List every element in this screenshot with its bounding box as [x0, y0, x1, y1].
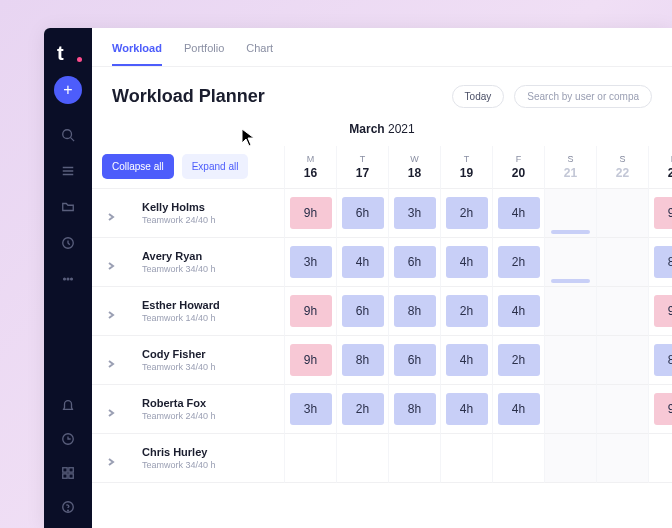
day-of-week: T	[337, 154, 388, 164]
svg-point-6	[64, 278, 66, 280]
workload-cell[interactable]: 3h	[284, 385, 336, 434]
workload-cell[interactable]: 2h	[440, 189, 492, 238]
workload-block: 3h	[394, 197, 436, 229]
workload-cell[interactable]	[596, 189, 648, 238]
workload-cell[interactable]: 4h	[492, 189, 544, 238]
user-info: Roberta FoxTeamwork 24/40 h	[142, 397, 216, 421]
workload-cell[interactable]	[284, 434, 336, 483]
workload-cell[interactable]: 4h	[492, 287, 544, 336]
sidebar: t +	[44, 28, 92, 528]
expand-all-button[interactable]: Expand all	[182, 154, 249, 179]
chevron-right-icon	[106, 257, 116, 267]
workload-cell[interactable]: 8h	[388, 287, 440, 336]
workload-cell[interactable]	[544, 434, 596, 483]
workload-block: 9h	[290, 295, 332, 327]
day-header: M16	[284, 146, 336, 189]
user-info: Avery RyanTeamwork 34/40 h	[142, 250, 216, 274]
workload-cell[interactable]: 6h	[388, 238, 440, 287]
logo: t	[57, 42, 79, 64]
month-year: 2021	[388, 122, 415, 136]
logo-letter: t	[57, 42, 64, 64]
grid-icon[interactable]	[61, 466, 75, 480]
user-row-header[interactable]: Kelly HolmsTeamwork 24/40 h	[92, 189, 284, 238]
workload-cell[interactable]	[440, 434, 492, 483]
workload-cell[interactable]: 9h	[648, 189, 672, 238]
workload-cell[interactable]: 9h	[648, 385, 672, 434]
svg-rect-12	[63, 474, 67, 478]
user-name: Avery Ryan	[142, 250, 216, 262]
workload-cell[interactable]	[596, 336, 648, 385]
list-icon[interactable]	[61, 164, 75, 178]
workload-cell[interactable]: 2h	[440, 287, 492, 336]
user-row-header[interactable]: Cody FisherTeamwork 34/40 h	[92, 336, 284, 385]
bell-icon[interactable]	[61, 398, 75, 412]
workload-cell[interactable]: 9h	[284, 189, 336, 238]
minibar	[551, 230, 590, 234]
workload-block: 2h	[446, 295, 488, 327]
workload-cell[interactable]: 4h	[492, 385, 544, 434]
day-number: 23	[649, 166, 672, 180]
workload-block: 6h	[394, 344, 436, 376]
workload-cell[interactable]: 3h	[388, 189, 440, 238]
help-icon[interactable]	[61, 500, 75, 514]
workload-cell[interactable]: 2h	[336, 385, 388, 434]
day-number: 19	[441, 166, 492, 180]
tab-chart[interactable]: Chart	[246, 42, 273, 66]
user-row-header[interactable]: Roberta FoxTeamwork 24/40 h	[92, 385, 284, 434]
workload-block: 9h	[290, 344, 332, 376]
page-header: Workload Planner Today Search by user or…	[92, 67, 672, 118]
workload-cell[interactable]: 8h	[336, 336, 388, 385]
add-button[interactable]: +	[54, 76, 82, 104]
user-name: Esther Howard	[142, 299, 220, 311]
workload-block: 4h	[498, 295, 540, 327]
workload-cell[interactable]: 4h	[440, 238, 492, 287]
tab-workload[interactable]: Workload	[112, 42, 162, 66]
workload-cell[interactable]: 4h	[440, 385, 492, 434]
workload-cell[interactable]	[492, 434, 544, 483]
collapse-all-button[interactable]: Collapse all	[102, 154, 174, 179]
workload-cell[interactable]: 2h	[492, 238, 544, 287]
folder-icon[interactable]	[61, 200, 75, 214]
workload-cell[interactable]: 2h	[492, 336, 544, 385]
workload-cell[interactable]	[648, 434, 672, 483]
workload-cell[interactable]	[596, 287, 648, 336]
workload-cell[interactable]	[544, 189, 596, 238]
workload-cell[interactable]: 4h	[440, 336, 492, 385]
workload-cell[interactable]: 6h	[336, 189, 388, 238]
day-of-week: M	[649, 154, 672, 164]
tab-portfolio[interactable]: Portfolio	[184, 42, 224, 66]
workload-cell[interactable]: 8h	[388, 385, 440, 434]
search-input[interactable]: Search by user or compa	[514, 85, 652, 108]
workload-cell[interactable]	[544, 385, 596, 434]
chevron-right-icon	[106, 355, 116, 365]
workload-cell[interactable]: 9h	[284, 287, 336, 336]
more-icon[interactable]	[61, 272, 75, 286]
workload-block: 8h	[394, 295, 436, 327]
workload-grid-wrap: Collapse all Expand all M16T17W18T19F20S…	[92, 146, 672, 528]
workload-cell[interactable]	[596, 238, 648, 287]
workload-cell[interactable]	[544, 238, 596, 287]
workload-cell[interactable]: 3h	[284, 238, 336, 287]
search-icon[interactable]	[61, 128, 75, 142]
workload-cell[interactable]: 6h	[336, 287, 388, 336]
user-row-header[interactable]: Avery RyanTeamwork 34/40 h	[92, 238, 284, 287]
workload-cell[interactable]	[596, 434, 648, 483]
workload-cell[interactable]: 8h	[648, 336, 672, 385]
workload-cell[interactable]: 8h	[648, 238, 672, 287]
workload-block: 2h	[342, 393, 384, 425]
workload-cell[interactable]	[544, 287, 596, 336]
workload-cell[interactable]: 9h	[648, 287, 672, 336]
workload-cell[interactable]: 9h	[284, 336, 336, 385]
workload-cell[interactable]: 6h	[388, 336, 440, 385]
workload-cell[interactable]	[336, 434, 388, 483]
clock-icon[interactable]	[61, 236, 75, 250]
workload-cell[interactable]	[544, 336, 596, 385]
workload-cell[interactable]: 4h	[336, 238, 388, 287]
user-row-header[interactable]: Esther HowardTeamwork 14/40 h	[92, 287, 284, 336]
workload-cell[interactable]	[388, 434, 440, 483]
history-icon[interactable]	[61, 432, 75, 446]
user-row-header[interactable]: Chris HurleyTeamwork 34/40 h	[92, 434, 284, 483]
today-button[interactable]: Today	[452, 85, 505, 108]
workload-cell[interactable]	[596, 385, 648, 434]
month-name: March	[349, 122, 384, 136]
